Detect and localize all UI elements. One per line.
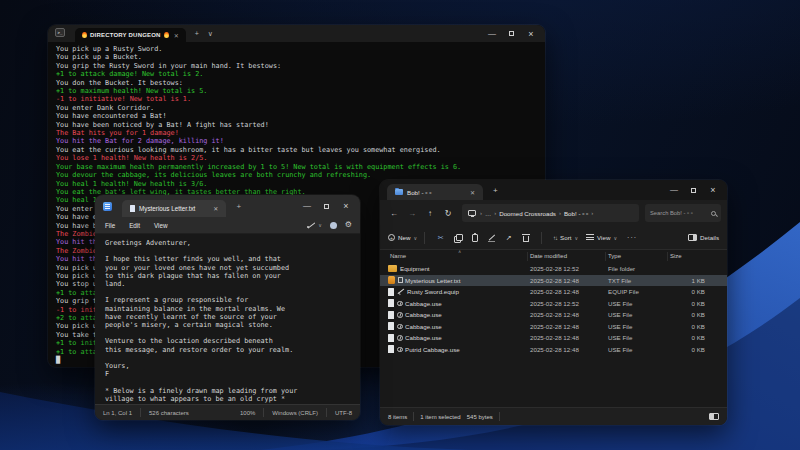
sort-arrows-icon: ↑↓ xyxy=(553,235,557,241)
back-button[interactable]: ← xyxy=(386,209,402,218)
notepad-line xyxy=(105,354,360,362)
character-count: 526 characters xyxy=(141,410,197,416)
divider xyxy=(499,412,500,421)
selection-size: 545 bytes xyxy=(467,414,499,420)
delete-button[interactable] xyxy=(517,233,534,242)
maximize-button[interactable] xyxy=(509,31,514,36)
tab-close-icon[interactable]: ✕ xyxy=(174,32,179,39)
more-options-button[interactable]: ··· xyxy=(627,234,637,241)
copy-button[interactable] xyxy=(449,234,466,242)
rename-button[interactable] xyxy=(483,234,500,242)
notepad-line: land. xyxy=(105,280,360,288)
new-tab-button[interactable]: + xyxy=(195,30,199,37)
terminal-line: You lose 1 health! New health is 2/5. xyxy=(56,154,545,162)
search-input[interactable]: Search Bob! - ▫ ▫ xyxy=(645,204,721,222)
up-button[interactable]: ↑ xyxy=(422,209,438,218)
notepad-line xyxy=(105,247,360,255)
maximize-button[interactable] xyxy=(324,204,329,209)
file-row[interactable]: Cabbage.use 2025-02-28 12:48 USE File 0 … xyxy=(380,309,727,321)
flame-icon xyxy=(164,32,169,38)
close-button[interactable]: × xyxy=(521,29,541,39)
close-button[interactable]: × xyxy=(703,185,723,195)
encoding[interactable]: UTF-8 xyxy=(327,410,360,416)
file-icon xyxy=(388,311,394,319)
chevron-down-icon: ∨ xyxy=(318,222,322,228)
column-header-date[interactable]: Date modified xyxy=(528,252,606,261)
file-date: 2025-02-28 12:48 xyxy=(528,277,606,284)
share-button[interactable]: ↗ xyxy=(500,234,517,242)
notepad-text-area[interactable]: Greetings Adventurer, I hope this letter… xyxy=(95,234,360,404)
file-emoji-glyph xyxy=(397,324,403,330)
file-row[interactable]: Putrid Cabbage.use 2025-02-28 12:48 USE … xyxy=(380,344,727,356)
minimize-button[interactable]: — xyxy=(664,185,684,195)
this-pc-icon[interactable] xyxy=(468,210,476,216)
cut-button[interactable]: ✂ xyxy=(432,234,449,242)
terminal-tab[interactable]: DIRECTORY DUNGEON ✕ xyxy=(75,28,186,42)
terminal-line: You have been noticed by a Bat! A fight … xyxy=(56,121,545,129)
terminal-line: You grip the Rusty Sword in your main ha… xyxy=(56,62,545,70)
tab-close-icon[interactable]: ✕ xyxy=(470,189,475,196)
account-icon[interactable] xyxy=(330,222,337,229)
file-date: 2025-02-28 12:52 xyxy=(528,300,606,307)
menu-item[interactable]: Edit xyxy=(129,222,140,229)
view-button[interactable]: View ∨ xyxy=(586,234,617,241)
document-icon xyxy=(130,205,135,212)
minimize-button[interactable]: — xyxy=(297,201,317,211)
terminal-line: +1 to attack damage! New total is 2. xyxy=(56,70,545,78)
breadcrumb-overflow[interactable]: … xyxy=(485,210,491,217)
refresh-button[interactable]: ↻ xyxy=(440,209,456,218)
paste-button[interactable] xyxy=(466,233,483,242)
view-lines-icon xyxy=(586,234,594,241)
breadcrumb[interactable]: › … › Doomed Crossroads › Bob! - ▫ ▫ › xyxy=(462,204,639,222)
new-tab-button[interactable]: + xyxy=(493,186,498,195)
notepad-tab[interactable]: Mysterious Letter.txt ✕ xyxy=(122,200,226,217)
column-header-size[interactable]: Size xyxy=(668,252,713,261)
maximize-button[interactable] xyxy=(691,188,696,193)
file-list-empty-area[interactable] xyxy=(380,355,727,407)
notepad-line xyxy=(105,329,360,337)
file-row[interactable]: Mysterious Letter.txt 2025-02-28 12:48 T… xyxy=(380,275,727,287)
file-row[interactable]: Rusty Sword.equip 2025-02-28 12:48 EQUIP… xyxy=(380,286,727,298)
zoom-level[interactable]: 100% xyxy=(232,410,263,416)
tab-dropdown-icon[interactable]: ∨ xyxy=(208,30,213,38)
file-type: USE File xyxy=(606,311,668,318)
file-emoji-glyph xyxy=(398,277,403,283)
explorer-window-controls: — × xyxy=(664,180,723,200)
file-size: 0 KB xyxy=(668,334,713,341)
breadcrumb-item-current[interactable]: Bob! - ▫ ▫ xyxy=(564,210,588,217)
new-button[interactable]: + New ∨ xyxy=(388,234,417,241)
sort-button[interactable]: ↑↓ Sort ∨ xyxy=(553,234,578,241)
chevron-down-icon: ∨ xyxy=(413,235,417,241)
file-date: 2025-02-28 12:48 xyxy=(528,334,606,341)
line-ending[interactable]: Windows (CRLF) xyxy=(264,410,326,416)
notepad-line: Venture to the location described beneat… xyxy=(105,337,360,345)
forward-button[interactable]: → xyxy=(404,209,420,218)
new-tab-button[interactable]: + xyxy=(236,202,241,211)
file-row[interactable]: Cabbage.use 2025-02-28 12:52 USE File 0 … xyxy=(380,298,727,310)
menu-item[interactable]: File xyxy=(105,222,115,229)
tab-close-icon[interactable]: ✕ xyxy=(213,205,218,212)
file-row[interactable]: Equipment 2025-02-28 12:52 File folder xyxy=(380,263,727,275)
terminal-window-controls: — × xyxy=(482,25,541,42)
preview-pane-toggle-icon[interactable] xyxy=(709,413,719,420)
close-button[interactable]: × xyxy=(336,201,356,211)
settings-gear-icon[interactable]: ⚙ xyxy=(345,221,352,229)
notepad-line: maintaining balance in the mortal realms… xyxy=(105,305,360,313)
minimize-button[interactable]: — xyxy=(482,29,502,39)
file-row[interactable]: Cabbage.use 2025-02-28 12:48 USE File 0 … xyxy=(380,332,727,344)
menu-item[interactable]: View xyxy=(154,222,168,229)
item-count: 8 items xyxy=(388,414,413,420)
file-row[interactable]: Cabbage.use 2025-02-28 12:48 USE File 0 … xyxy=(380,321,727,333)
file-type: File folder xyxy=(606,265,668,272)
notepad-line: village to what appears to be an old cry… xyxy=(105,395,360,403)
file-type: EQUIP File xyxy=(606,288,668,295)
breadcrumb-item[interactable]: Doomed Crossroads xyxy=(499,210,556,217)
details-pane-button[interactable]: Details xyxy=(688,234,719,241)
explorer-tab[interactable]: Bob! - ▫ ▫ ✕ xyxy=(387,184,483,200)
explorer-nav-bar: ← → ↑ ↻ › … › Doomed Crossroads › Bob! -… xyxy=(380,200,727,226)
column-header-type[interactable]: Type xyxy=(606,252,668,261)
desktop: { "terminal": { "tab_title": "DIRECTORY … xyxy=(0,0,800,450)
notepad-line: you or your loved ones have not yet succ… xyxy=(105,264,360,272)
file-size: 1 KB xyxy=(668,277,713,284)
rewrite-button[interactable]: ∨ xyxy=(307,221,322,229)
